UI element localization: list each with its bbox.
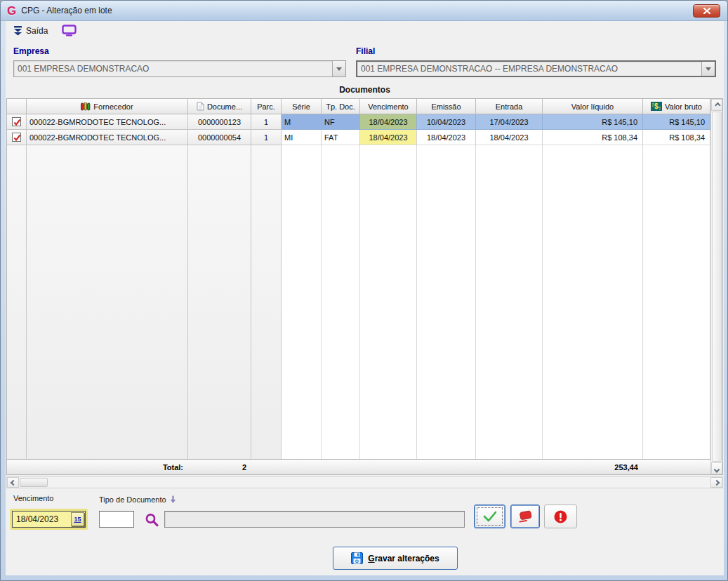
grid-header-row: Fornecedor Docume... Parc. xyxy=(7,99,710,114)
parcela-cell: 1 xyxy=(251,130,282,145)
column-header-label: Entrada xyxy=(496,102,523,111)
column-header-tpdoc[interactable]: Tp. Doc. xyxy=(322,99,360,114)
tipo-documento-description-input[interactable] xyxy=(164,511,465,528)
empresa-combobox[interactable]: 001 EMPRESA DEMONSTRACAO xyxy=(13,60,346,77)
vencimento-date-input[interactable]: 18/04/2023 15 xyxy=(12,511,86,528)
monitor-button[interactable] xyxy=(60,23,78,38)
total-count: 2 xyxy=(188,460,251,474)
app-window: G CPG - Alteração em lote Saída xyxy=(0,0,728,581)
vencimento-cell: 18/04/2023 xyxy=(360,130,417,145)
save-changes-button[interactable]: Gravar alterações xyxy=(333,547,458,570)
tipo-documento-code-input[interactable] xyxy=(99,511,134,528)
table-row[interactable]: 000022-BGMRODOTEC TECNOLOG... 0000000054… xyxy=(7,130,710,145)
column-header-label: Valor líquido xyxy=(571,102,614,111)
exclamation-icon xyxy=(554,510,567,523)
valor-bruto-cell: R$ 145,10 xyxy=(643,114,710,130)
chevron-right-icon xyxy=(713,479,719,485)
column-header-label: Emissão xyxy=(431,102,461,111)
entrada-cell: 17/04/2023 xyxy=(476,114,543,130)
red-check-icon xyxy=(13,133,22,142)
column-header-documento[interactable]: Docume... xyxy=(188,99,251,114)
valor-bruto-icon: $ xyxy=(651,102,662,111)
exit-button-label: Saída xyxy=(26,26,48,36)
valor-liquido-cell: R$ 145,10 xyxy=(543,114,643,130)
total-valor: 253,44 xyxy=(543,460,643,474)
filial-dropdown-button[interactable] xyxy=(701,62,715,76)
save-changes-label: Gravar alterações xyxy=(368,554,439,563)
window-content: Saída Empresa 001 EMPRESA DEMONSTRACAO F… xyxy=(6,21,724,575)
column-header-valor-bruto[interactable]: $ Valor bruto xyxy=(643,99,710,114)
empresa-dropdown-button[interactable] xyxy=(332,61,345,76)
svg-text:$: $ xyxy=(654,102,658,110)
exit-button[interactable]: Saída xyxy=(11,25,51,37)
chevron-down-icon xyxy=(714,467,720,472)
documento-cell: 0000000054 xyxy=(188,130,251,145)
toolbar: Saída xyxy=(6,21,724,40)
row-select-cell xyxy=(7,130,27,145)
valor-bruto-cell: R$ 108,34 xyxy=(643,130,710,145)
total-label: Total: xyxy=(27,460,188,474)
confirm-button[interactable] xyxy=(474,505,505,528)
grid-empty-area xyxy=(7,145,710,459)
scroll-up-button[interactable] xyxy=(711,99,722,111)
vertical-scrollbar[interactable] xyxy=(710,99,722,474)
red-check-icon xyxy=(13,118,22,127)
parcela-cell: 1 xyxy=(251,114,282,130)
row-select-cell xyxy=(7,114,27,130)
serie-cell: MI xyxy=(282,130,322,145)
documento-cell: 0000000123 xyxy=(188,114,251,130)
column-header-label: Valor bruto xyxy=(665,102,702,111)
scroll-right-button[interactable] xyxy=(710,477,722,488)
row-checkbox[interactable] xyxy=(12,133,21,142)
vencimento-date-value: 18/04/2023 xyxy=(13,514,71,524)
empresa-value: 001 EMPRESA DEMONSTRACAO xyxy=(14,64,332,74)
calendar-day-icon: 15 xyxy=(74,516,81,523)
horizontal-scrollbar[interactable] xyxy=(6,476,723,488)
clear-button[interactable] xyxy=(510,505,540,528)
documentos-caption: Documentos xyxy=(6,85,724,95)
entrada-cell: 18/04/2023 xyxy=(476,130,543,145)
scroll-down-button[interactable] xyxy=(711,462,722,474)
filial-value: 001 EMPRESA DEMONSTRACAO -- EMPRESA DEMO… xyxy=(357,64,701,74)
column-header-label: Docume... xyxy=(207,102,242,111)
fornecedor-cell: 000022-BGMRODOTEC TECNOLOG... xyxy=(27,130,188,145)
column-header-parcela[interactable]: Parc. xyxy=(251,99,282,114)
column-header-label: Parc. xyxy=(257,102,275,111)
column-header-entrada[interactable]: Entrada xyxy=(476,99,543,114)
vertical-scrollbar-thumb[interactable] xyxy=(712,112,722,462)
tpdoc-cell: FAT xyxy=(322,130,360,145)
chevron-left-icon xyxy=(10,479,15,485)
alert-button[interactable] xyxy=(544,505,577,528)
search-button[interactable] xyxy=(143,512,160,528)
serie-cell: M xyxy=(282,114,322,130)
scroll-left-button[interactable] xyxy=(7,477,19,488)
column-header-label: Fornecedor xyxy=(93,102,133,111)
column-header-select[interactable] xyxy=(7,99,27,114)
title-bar: G CPG - Alteração em lote xyxy=(1,1,727,21)
close-button[interactable] xyxy=(693,4,720,18)
grid-body: 000022-BGMRODOTEC TECNOLOG... 0000000123… xyxy=(7,114,710,459)
vencimento-date-field-wrap: 18/04/2023 15 xyxy=(10,509,88,530)
row-checkbox[interactable] xyxy=(12,117,21,126)
column-header-fornecedor[interactable]: Fornecedor xyxy=(27,99,188,114)
tipo-documento-label-row: Tipo de Documento xyxy=(99,495,176,504)
valor-liquido-cell: R$ 108,34 xyxy=(543,130,643,145)
tpdoc-cell: NF xyxy=(322,114,360,130)
chevron-down-icon xyxy=(336,67,342,71)
floppy-disk-icon xyxy=(351,552,363,564)
column-header-valor-liquido[interactable]: Valor líquido xyxy=(543,99,643,114)
vencimento-cell: 18/04/2023 xyxy=(360,114,417,130)
calendar-picker-button[interactable]: 15 xyxy=(71,512,84,526)
filial-combobox[interactable]: 001 EMPRESA DEMONSTRACAO -- EMPRESA DEMO… xyxy=(356,60,716,77)
tipo-documento-label: Tipo de Documento xyxy=(99,495,166,504)
table-row[interactable]: 000022-BGMRODOTEC TECNOLOG... 0000000123… xyxy=(7,114,710,130)
horizontal-scrollbar-thumb[interactable] xyxy=(20,478,48,487)
documento-icon xyxy=(197,102,204,111)
column-header-vencimento[interactable]: Vencimento xyxy=(360,99,417,114)
column-header-emissao[interactable]: Emissão xyxy=(417,99,476,114)
column-header-serie[interactable]: Série xyxy=(282,99,322,114)
grid-total-row: Total: 2 253,44 xyxy=(7,459,710,474)
eraser-icon xyxy=(517,510,533,523)
emissao-cell: 18/04/2023 xyxy=(417,130,476,145)
column-header-label: Série xyxy=(292,102,310,111)
